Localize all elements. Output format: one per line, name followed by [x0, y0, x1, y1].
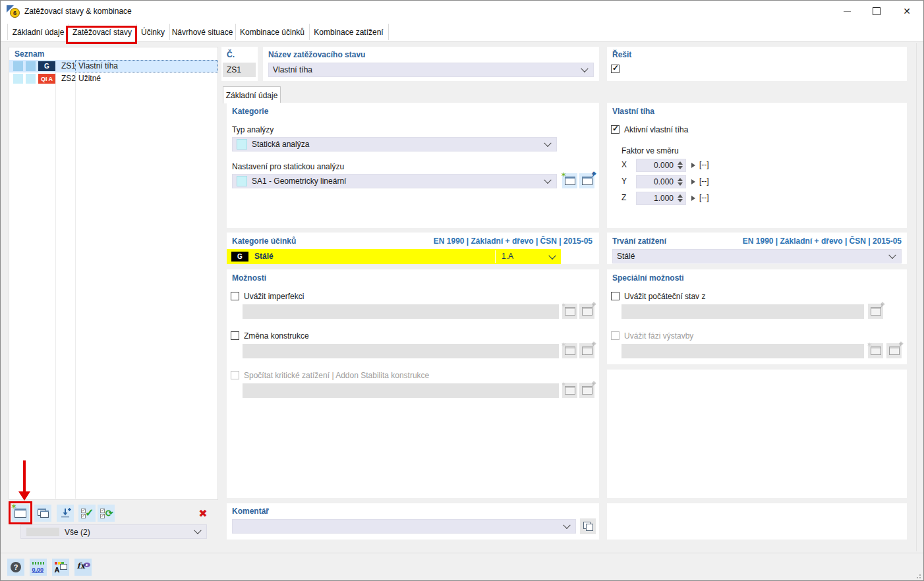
factor-y-value: 0.000: [654, 176, 674, 188]
special-options-section: Speciální možnosti Uvážit počáteční stav…: [607, 269, 907, 364]
detail-arrow-icon[interactable]: [691, 179, 695, 184]
factor-z-input[interactable]: 1.000: [636, 192, 686, 205]
new-icon: [871, 346, 881, 355]
structure-modification-field: [243, 344, 559, 358]
copy-load-case-button[interactable]: [34, 505, 51, 522]
action-category-slot: 1.A: [502, 249, 513, 264]
name-panel: Název zatěžovacího stavu Vlastní tíha: [263, 47, 599, 81]
analysis-type-select[interactable]: Statická analýza: [232, 137, 557, 152]
new-analysis-settings-button[interactable]: [562, 173, 577, 188]
comment-select[interactable]: [232, 519, 576, 534]
action-category-section: Kategorie účinků EN 1990 | Základní + dř…: [227, 233, 599, 264]
help-button[interactable]: [7, 559, 24, 576]
initial-state-label: Uvážit počáteční stav z: [624, 292, 705, 301]
initial-state-field: [621, 304, 864, 319]
category-badge: QI A: [38, 74, 55, 84]
analysis-settings-value: SA1 - Geometricky lineární: [252, 177, 346, 186]
new-imperfection-button: [562, 304, 577, 319]
display-settings-button[interactable]: [52, 559, 69, 576]
action-category-select[interactable]: G Stálé 1.A: [227, 249, 561, 264]
units-icon: [32, 562, 45, 572]
copy-comment-button[interactable]: [580, 518, 596, 534]
import-icon: [59, 507, 71, 519]
import-load-case-button[interactable]: [57, 505, 74, 522]
section-title: Kategorie: [232, 107, 268, 116]
tab-navrhove-situace[interactable]: Návrhové situace: [169, 24, 236, 40]
tab-kombinace-zatizeni[interactable]: Kombinace zatížení: [309, 24, 389, 40]
tab-zatezovaci-stavy[interactable]: Zatěžovací stavy: [68, 24, 137, 40]
new-icon: [565, 386, 575, 395]
units-button[interactable]: [30, 559, 47, 576]
detail-arrow-icon[interactable]: [691, 163, 695, 168]
spinner-icon[interactable]: [678, 177, 683, 186]
load-case-id: ZS2: [61, 72, 76, 85]
window-title: Zatěžovací stavy & kombinace: [24, 1, 132, 22]
load-case-name-select[interactable]: Vlastní tíha: [268, 63, 594, 77]
analysis-settings-label: Nastavení pro statickou analýzu: [232, 162, 344, 171]
structure-modification-label: Změna konstrukce: [244, 331, 309, 341]
divider: [495, 250, 496, 263]
name-value: Vlastní tíha: [273, 65, 312, 74]
analysis-type-label: Typ analýzy: [232, 125, 274, 134]
color-swatch: [26, 74, 36, 84]
color-swatch: [13, 61, 23, 71]
factor-z-value: 1.000: [654, 192, 674, 204]
load-case-list-panel: Seznam G ZS1 Vlastní tíha QI A ZS2 Užitn…: [9, 47, 218, 500]
formula-button[interactable]: [74, 559, 92, 576]
imperfection-field: [243, 304, 559, 319]
options-section: Možnosti Uvážit imperfekci Změna konstru…: [227, 269, 599, 498]
tab-ucinky[interactable]: Účinky: [136, 24, 170, 40]
delete-load-case-button[interactable]: [194, 505, 212, 522]
resize-grip[interactable]: [915, 573, 921, 578]
inner-tab-zakladni-udaje[interactable]: Základní údaje: [223, 86, 281, 103]
spinner-icon[interactable]: [678, 194, 683, 203]
pages-icon: [583, 522, 593, 531]
category-section: Kategorie Typ analýzy Statická analýza N…: [227, 103, 599, 228]
spinner-icon[interactable]: [678, 161, 683, 170]
list-item-zs2[interactable]: QI A ZS2 Užitné: [9, 72, 217, 85]
edit-icon: [871, 307, 881, 316]
tab-zakladni-udaje[interactable]: Základní údaje: [7, 24, 69, 40]
color-swatch: [13, 74, 23, 84]
new-load-case-button[interactable]: [12, 505, 29, 522]
detail-arrow-icon[interactable]: [691, 196, 695, 201]
load-case-name: Užitné: [78, 72, 101, 85]
chevron-down-icon: [581, 65, 588, 72]
solve-checkbox[interactable]: [611, 65, 620, 73]
filter-value: Vše (2): [65, 525, 90, 540]
load-duration-select[interactable]: Stálé: [612, 249, 902, 263]
self-weight-active-label: Aktivní vlastní tíha: [624, 125, 688, 134]
close-button[interactable]: [892, 1, 922, 22]
invert-selection-icon: [100, 508, 113, 519]
edit-analysis-settings-button[interactable]: [579, 173, 594, 188]
solve-panel: Řešit: [607, 47, 907, 81]
edit-construction-stage-button: [886, 343, 902, 358]
self-weight-active-checkbox[interactable]: [611, 125, 620, 134]
filter-select[interactable]: Vše (2): [20, 524, 207, 539]
imperfection-checkbox[interactable]: [231, 292, 239, 300]
category-badge: G: [231, 252, 248, 262]
color-swatch: [237, 176, 247, 186]
section-title: Možnosti: [232, 273, 266, 283]
check-all-icon: [81, 508, 94, 519]
action-category-value: Stálé: [254, 249, 274, 264]
minimize-button[interactable]: [832, 1, 862, 22]
maximize-button[interactable]: [861, 1, 892, 22]
factor-x-input[interactable]: 0.000: [636, 159, 686, 172]
empty-panel: [607, 370, 907, 498]
new-icon: [565, 177, 575, 185]
chevron-down-icon: [888, 252, 896, 259]
list-item-zs1[interactable]: G ZS1 Vlastní tíha: [9, 60, 217, 72]
factor-y-input[interactable]: 0.000: [636, 175, 686, 188]
tab-kombinace-ucinku[interactable]: Kombinace účinků: [235, 24, 310, 40]
self-weight-section: Vlastní tíha Aktivní vlastní tíha Faktor…: [607, 103, 907, 228]
initial-state-checkbox[interactable]: [611, 292, 620, 300]
structure-modification-checkbox[interactable]: [231, 331, 239, 340]
invert-selection-button[interactable]: [98, 505, 115, 522]
section-title: Speciální možnosti: [612, 273, 684, 283]
check-all-button[interactable]: [78, 505, 96, 522]
delete-icon: [198, 507, 207, 520]
analysis-settings-select[interactable]: SA1 - Geometricky lineární: [232, 174, 557, 188]
category-badge: G: [38, 61, 55, 71]
section-title: Kategorie účinků: [232, 236, 296, 246]
